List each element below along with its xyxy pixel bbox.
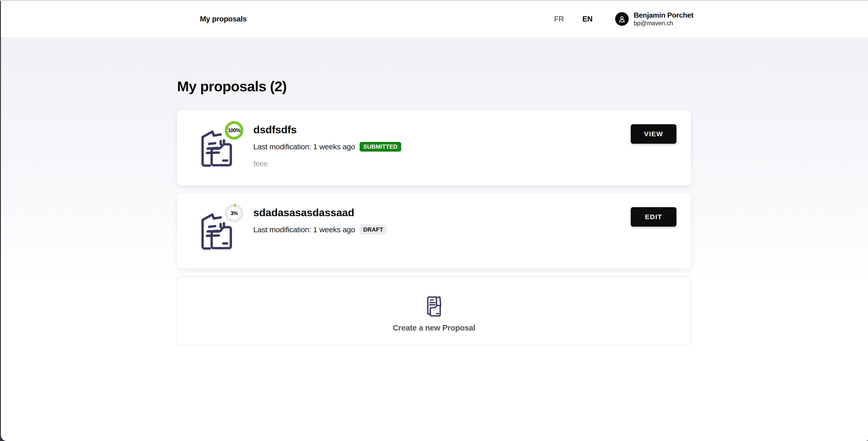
proposal-meta-row: Last modification: 1 weeks ago DRAFT — [253, 225, 623, 235]
content-area: My proposals (2) — [0, 37, 868, 441]
create-proposal-button[interactable]: Create a new Proposal — [177, 276, 691, 346]
window-top-border — [0, 0, 868, 1]
progress-ring: 3% — [225, 204, 243, 223]
navbar-right: FR EN Benjamin Porchet bp@maven.ch — [554, 11, 693, 27]
proposal-meta-row: Last modification: 1 weeks ago SUBMITTED — [253, 142, 623, 151]
edit-button[interactable]: EDIT — [631, 207, 677, 227]
progress-ring: 100% — [225, 121, 243, 140]
new-proposal-folder-icon — [423, 294, 445, 319]
page-title: My proposals (2) — [177, 78, 691, 95]
progress-percentage: 3% — [230, 210, 238, 216]
proposal-description: feee — [253, 159, 623, 168]
create-proposal-label: Create a new Proposal — [393, 323, 475, 332]
page: My proposals FR EN Benjamin Porchet bp@m… — [0, 0, 868, 441]
progress-inner: 3% — [227, 207, 241, 220]
window-corner-bottom-right — [865, 438, 868, 441]
progress-percentage: 100% — [228, 128, 240, 134]
proposal-card: 100% dsdfsdfs Last modification: 1 weeks… — [177, 110, 691, 186]
view-button[interactable]: VIEW — [631, 124, 677, 144]
last-modification-text: Last modification: 1 weeks ago — [253, 142, 355, 151]
user-avatar[interactable] — [615, 12, 629, 26]
language-toggle-fr[interactable]: FR — [554, 15, 564, 23]
window-left-border — [0, 1, 1, 441]
proposal-title: dsdfsdfs — [253, 124, 623, 136]
progress-inner: 100% — [227, 124, 241, 137]
user-name: Benjamin Porchet — [634, 11, 693, 20]
language-toggle-en[interactable]: EN — [582, 15, 592, 23]
status-badge: SUBMITTED — [360, 142, 401, 151]
last-modification-text: Last modification: 1 weeks ago — [253, 225, 355, 234]
proposal-card: 3% sdadasasasdassaad Last modification: … — [177, 193, 691, 269]
proposal-card-body: dsdfsdfs Last modification: 1 weeks ago … — [253, 124, 623, 168]
proposal-icon-wrap: 100% — [198, 124, 238, 169]
nav-link-my-proposals[interactable]: My proposals — [200, 15, 247, 23]
window-corner-bottom-left — [1, 435, 7, 441]
user-menu[interactable]: Benjamin Porchet bp@maven.ch — [634, 11, 693, 27]
user-email: bp@maven.ch — [634, 20, 693, 27]
person-icon — [618, 15, 626, 23]
content-container: My proposals (2) — [177, 37, 691, 346]
top-navbar: My proposals FR EN Benjamin Porchet bp@m… — [0, 0, 868, 37]
status-badge: DRAFT — [360, 225, 387, 235]
proposal-icon-wrap: 3% — [198, 207, 238, 252]
proposal-card-body: sdadasasasdassaad Last modification: 1 w… — [253, 207, 623, 235]
proposal-title: sdadasasasdassaad — [253, 207, 623, 218]
